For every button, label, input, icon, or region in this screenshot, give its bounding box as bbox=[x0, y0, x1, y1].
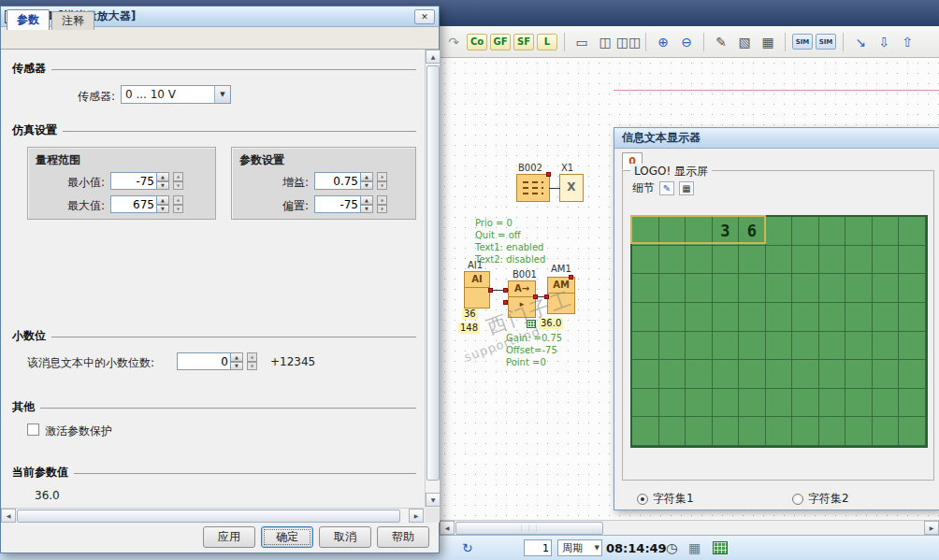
lcd-cell[interactable] bbox=[819, 417, 846, 446]
lcd-cell[interactable] bbox=[792, 303, 819, 332]
lcd-cell[interactable] bbox=[659, 303, 686, 332]
zoom-out-icon[interactable]: ⊖ bbox=[676, 32, 697, 52]
block-x1[interactable]: X bbox=[559, 174, 584, 202]
lcd-cell[interactable] bbox=[632, 417, 659, 446]
gain-adjust-control[interactable]: ▲ ▼ bbox=[377, 172, 387, 190]
lcd-cell[interactable] bbox=[899, 389, 926, 418]
lcd-cell[interactable] bbox=[713, 246, 740, 275]
scroll-left-button[interactable]: ◀ bbox=[1, 509, 16, 523]
lcd-cell[interactable] bbox=[632, 274, 659, 303]
cycle-mode-select[interactable]: 周期 ▼ bbox=[557, 539, 602, 556]
lcd-cell[interactable] bbox=[792, 389, 819, 418]
protection-checkbox[interactable] bbox=[27, 424, 39, 436]
ok-button[interactable]: 确定 bbox=[261, 526, 313, 548]
lcd-cell[interactable] bbox=[845, 246, 873, 275]
refresh-icon[interactable]: ↻ bbox=[462, 539, 473, 556]
decimal-spinner[interactable]: ▲ ▼ bbox=[231, 352, 243, 370]
scroll-up-button[interactable]: ▲ bbox=[426, 50, 441, 64]
lcd-cell[interactable] bbox=[873, 332, 900, 361]
max-value-input[interactable] bbox=[110, 195, 157, 213]
lcd-cell[interactable] bbox=[659, 389, 686, 418]
scroll-down-button[interactable]: ▼ bbox=[426, 493, 441, 507]
lcd-cell[interactable] bbox=[739, 246, 766, 275]
sensor-type-select[interactable]: 0 ... 10 V ▼ bbox=[121, 85, 231, 104]
lcd-cell[interactable] bbox=[873, 217, 900, 246]
lcd-cell[interactable] bbox=[739, 389, 766, 418]
lcd-cell[interactable] bbox=[819, 246, 846, 275]
help-button[interactable]: 帮助 bbox=[377, 526, 429, 548]
spin-down-icon[interactable]: ▼ bbox=[361, 181, 373, 191]
lcd-cell[interactable] bbox=[686, 217, 713, 246]
lcd-cell[interactable] bbox=[739, 274, 766, 303]
lcd-cell[interactable] bbox=[713, 303, 740, 332]
lcd-cell[interactable] bbox=[739, 303, 766, 332]
lcd-cell[interactable] bbox=[713, 389, 740, 418]
spin-down-icon[interactable]: ▼ bbox=[361, 205, 373, 214]
canvas-scrollbar-thumb[interactable]: ⋮⋮⋮ bbox=[455, 522, 603, 535]
lcd-cell[interactable] bbox=[739, 332, 766, 361]
lcd-cell[interactable] bbox=[792, 274, 819, 303]
min-value-spinner[interactable]: ▲ ▼ bbox=[157, 172, 169, 190]
window-single-icon[interactable]: ▭ bbox=[571, 32, 592, 52]
dropdown-arrow-icon[interactable]: ▼ bbox=[214, 86, 230, 103]
lcd-cell[interactable] bbox=[819, 274, 846, 303]
canvas-horizontal-scrollbar[interactable]: ◀ ⋮⋮⋮ ▶ bbox=[440, 520, 939, 535]
lcd-cell[interactable] bbox=[686, 360, 713, 389]
line-button[interactable]: L bbox=[537, 34, 557, 50]
lcd-cell[interactable] bbox=[686, 274, 713, 303]
lcd-cell[interactable] bbox=[845, 389, 873, 418]
hatch-grid-icon[interactable]: ▦ bbox=[758, 32, 778, 52]
lcd-cell[interactable] bbox=[845, 360, 873, 389]
lcd-cell[interactable] bbox=[766, 332, 793, 361]
lcd-cell[interactable] bbox=[766, 274, 793, 303]
lcd-cell[interactable] bbox=[819, 389, 846, 418]
lcd-cell[interactable] bbox=[819, 217, 846, 246]
online-test-icon[interactable]: SIM bbox=[816, 34, 836, 50]
lcd-cell[interactable] bbox=[899, 332, 926, 361]
lcd-cell[interactable] bbox=[766, 360, 793, 389]
decimal-adjust-control[interactable]: ▲ ▼ bbox=[247, 352, 257, 370]
spin-down-icon[interactable]: ▼ bbox=[157, 205, 169, 214]
block-am1[interactable]: AM bbox=[547, 277, 575, 314]
pencil-icon[interactable]: ✎ bbox=[711, 32, 731, 52]
spin-down-icon[interactable]: ▼ bbox=[157, 181, 169, 191]
lcd-cell[interactable] bbox=[899, 303, 926, 332]
special-functions-button[interactable]: SF bbox=[513, 34, 534, 50]
cancel-button[interactable]: 取消 bbox=[319, 526, 371, 548]
lcd-cell[interactable] bbox=[686, 246, 713, 275]
lcd-cell[interactable] bbox=[873, 389, 900, 418]
spin-up-icon[interactable]: ▲ bbox=[157, 195, 169, 205]
spin-down-icon[interactable]: ▼ bbox=[231, 362, 243, 371]
decimal-input[interactable] bbox=[177, 352, 231, 370]
lcd-cell[interactable] bbox=[659, 274, 686, 303]
offset-adjust-control[interactable]: ▲ ▼ bbox=[377, 195, 387, 213]
lcd-cell[interactable] bbox=[845, 217, 873, 246]
dialog-vscroll-thumb[interactable] bbox=[426, 65, 440, 481]
lcd-cell[interactable] bbox=[873, 303, 900, 332]
lcd-cell[interactable]: 6 bbox=[739, 217, 766, 246]
lcd-cell[interactable] bbox=[899, 360, 926, 389]
lcd-cell[interactable] bbox=[686, 417, 713, 446]
scroll-right-button[interactable]: ▶ bbox=[409, 509, 424, 523]
basic-functions-button[interactable]: GF bbox=[490, 34, 511, 50]
redo-icon[interactable]: ↷ bbox=[443, 32, 464, 52]
message-window-titlebar[interactable]: 信息文本显示器 bbox=[614, 128, 939, 149]
lcd-cell[interactable] bbox=[766, 389, 793, 418]
spin-up-icon[interactable]: ▲ bbox=[157, 172, 169, 181]
lcd-cell[interactable] bbox=[792, 417, 819, 446]
lcd-cell[interactable] bbox=[873, 274, 900, 303]
lcd-cell[interactable] bbox=[819, 360, 846, 389]
upload-icon[interactable]: ⇧ bbox=[897, 32, 917, 52]
min-value-adjust-control[interactable]: ▲ ▼ bbox=[173, 172, 183, 190]
lcd-cell[interactable] bbox=[686, 389, 713, 418]
apply-button[interactable]: 应用 bbox=[203, 526, 255, 548]
lcd-cell[interactable] bbox=[713, 360, 740, 389]
lcd-cell[interactable] bbox=[659, 217, 686, 246]
lcd-cell[interactable] bbox=[659, 246, 686, 275]
lcd-cell[interactable] bbox=[766, 217, 793, 246]
lcd-cell[interactable] bbox=[873, 246, 900, 275]
lcd-cell[interactable] bbox=[845, 274, 873, 303]
tab-comment[interactable]: 注释 bbox=[51, 11, 94, 30]
download-icon[interactable]: ⇩ bbox=[874, 32, 894, 52]
lcd-cell[interactable] bbox=[632, 303, 659, 332]
